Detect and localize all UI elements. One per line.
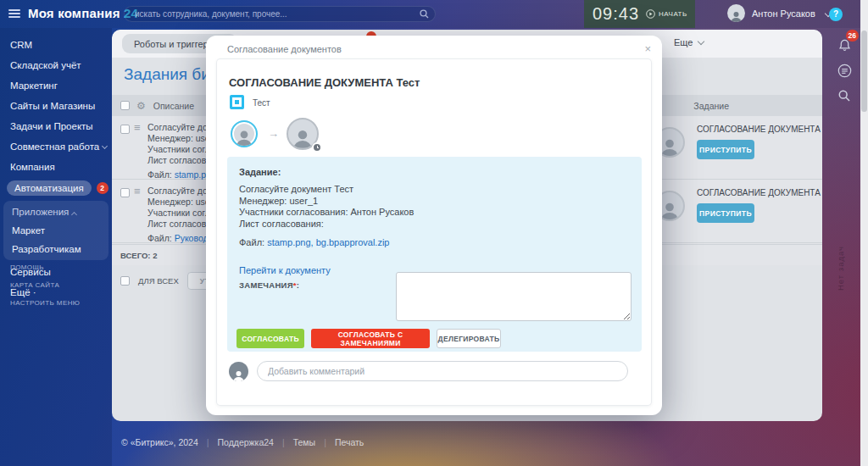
approve-button[interactable]: СОГЛАСОВАТЬ [236, 329, 304, 348]
remarks-label: ЗАМЕЧАНИЯ*: [239, 280, 299, 290]
side-vertical-tab[interactable]: Нет задач [836, 246, 845, 291]
menu-icon[interactable] [8, 9, 20, 19]
approval-modal: Согласование документов × СОГЛАСОВАНИЕ Д… [206, 36, 662, 415]
column-task: Задание [693, 101, 729, 111]
top-bar: Моя компания 24 09:43 НАЧАТЬ Антон Русак… [0, 0, 868, 28]
search-input[interactable] [124, 6, 436, 22]
for-all-checkbox[interactable] [120, 276, 130, 286]
work-timer[interactable]: 09:43 НАЧАТЬ [584, 0, 695, 28]
sidebar-item-apps[interactable]: Приложения [3, 202, 108, 221]
search-icon[interactable] [420, 9, 429, 19]
row-checkbox[interactable] [120, 125, 130, 134]
footer-link-print[interactable]: Печать [335, 437, 364, 447]
drag-handle-icon[interactable]: ≡ [134, 185, 141, 197]
task-label: Задание: [239, 167, 281, 177]
modal-title: Согласование документов [227, 44, 342, 54]
footer-link-themes[interactable]: Темы [293, 437, 315, 447]
sidebar-link-help[interactable]: ПОМОЩЬ [0, 258, 112, 276]
sidebar-item-tasks[interactable]: Задачи и Проекты [0, 116, 112, 136]
chevron-down-icon [698, 38, 704, 45]
task-description: Согласуйте документ Тест Менеджер: user_… [239, 184, 414, 230]
modal-card: СОГЛАСОВАНИЕ ДОКУМЕНТА Тест Тест → Задан… [217, 59, 651, 405]
timer-start-button[interactable]: НАЧАТЬ [646, 9, 687, 19]
sidebar-item-crm[interactable]: CRM [0, 35, 112, 55]
scrollbar-thumb[interactable] [861, 31, 867, 112]
comment-input[interactable] [257, 361, 628, 381]
for-all-label: ДЛЯ ВСЕХ [138, 276, 179, 286]
pending-clock-icon [312, 142, 322, 153]
messenger-button[interactable] [831, 58, 858, 83]
document-name[interactable]: Тест [253, 98, 270, 108]
task-title: СОГЛАСОВАНИЕ ДОКУМЕНТА Тест [697, 125, 822, 134]
delegate-button[interactable]: ДЕЛЕГИРОВАТЬ [437, 329, 501, 348]
start-task-button[interactable]: ПРИСТУПИТЬ [697, 140, 754, 159]
sidebar-item-company[interactable]: Компания [0, 157, 112, 177]
notifications-badge: 26 [846, 30, 859, 42]
sidebar-item-collaboration[interactable]: Совместная работа [0, 136, 112, 157]
approve-with-remarks-button[interactable]: СОГЛАСОВАТЬ С ЗАМЕЧАНИЯМИ [311, 329, 430, 348]
sidebar-item-developers[interactable]: Разработчикам [3, 240, 108, 258]
more-menu[interactable]: Еще [674, 37, 704, 47]
drag-handle-icon[interactable]: ≡ [134, 121, 141, 134]
scrollbar[interactable] [860, 0, 868, 466]
right-icon-rail: 26 [831, 32, 861, 108]
user-name: Антон Русаков [752, 8, 815, 19]
task-files: Файл: stamp.png, bg.bpapproval.zip [239, 237, 390, 247]
search-panel-button[interactable] [831, 83, 858, 108]
sidebar-item-market[interactable]: Маркет [3, 221, 108, 240]
sidebar-item-automation[interactable]: Автоматизация [7, 180, 92, 196]
remarks-textarea[interactable] [396, 272, 632, 321]
page-footer: © «Битрикс», 2024 | Поддержка24 | Темы |… [121, 437, 364, 447]
user-avatar [727, 4, 745, 22]
timer-value: 09:43 [593, 4, 639, 24]
chevron-down-icon [102, 143, 108, 149]
search-icon [838, 90, 850, 102]
close-icon[interactable]: × [644, 42, 651, 55]
chat-icon [837, 64, 852, 78]
user-menu[interactable]: Антон Русаков [727, 4, 831, 22]
gear-icon[interactable]: ⚙ [136, 100, 146, 112]
file-link[interactable]: stamp.png, bg.bpapproval.zip [267, 237, 389, 247]
goto-document-link[interactable]: Перейти к документу [239, 265, 331, 275]
sidebar-apps-group: Приложения Маркет Разработчикам [3, 201, 108, 260]
sidebar-link-sitemap[interactable]: КАРТА САЙТА [0, 276, 112, 294]
help-button[interactable]: ? [829, 8, 843, 21]
sidebar-link-configure-menu[interactable]: НАСТРОИТЬ МЕНЮ [0, 294, 112, 312]
logo-text: Моя компания [28, 6, 120, 20]
sidebar-item-warehouse[interactable]: Складской учёт [0, 55, 112, 75]
task-panel: Задание: Согласуйте документ Тест Менедж… [227, 157, 642, 352]
footer-link-support[interactable]: Поддержка24 [218, 437, 274, 447]
document-icon [230, 95, 244, 109]
commenter-avatar [229, 362, 248, 381]
copyright: © «Битрикс», 2024 [121, 437, 198, 447]
chevron-up-icon [71, 212, 77, 218]
arrow-right-icon: → [268, 127, 279, 140]
select-all-checkbox[interactable] [120, 101, 130, 110]
notifications-button[interactable]: 26 [831, 32, 858, 58]
document-heading: СОГЛАСОВАНИЕ ДОКУМЕНТА Тест [229, 76, 420, 89]
automation-badge: 2 [97, 182, 108, 194]
logo[interactable]: Моя компания 24 [28, 6, 138, 20]
start-task-button[interactable]: ПРИСТУПИТЬ [697, 203, 754, 223]
initiator-avatar[interactable] [231, 120, 258, 147]
task-title: СОГЛАСОВАНИЕ ДОКУМЕНТА Тест [697, 188, 822, 197]
sidebar-item-sites[interactable]: Сайты и Магазины [0, 96, 112, 116]
column-description: Описание [153, 101, 194, 111]
row-checkbox[interactable] [120, 188, 130, 197]
sidebar: CRM Складской учёт Маркетинг Сайты и Маг… [0, 28, 112, 466]
play-icon [646, 9, 655, 19]
sidebar-item-marketing[interactable]: Маркетинг [0, 75, 112, 96]
